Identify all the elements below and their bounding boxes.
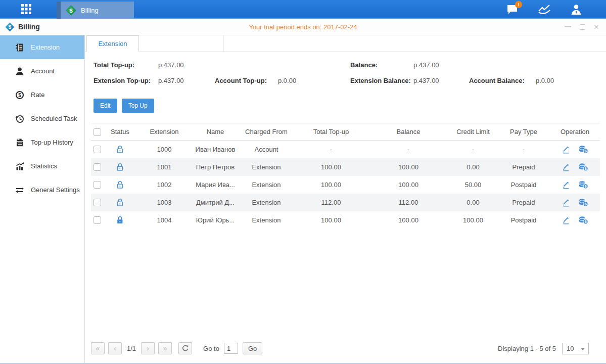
top-up-coins-icon[interactable]: $: [578, 180, 588, 189]
minimize-icon[interactable]: [565, 26, 571, 27]
apps-grid-icon[interactable]: [18, 2, 35, 16]
status-cell: [104, 194, 136, 211]
next-page-button[interactable]: ›: [141, 342, 155, 354]
credit-limit-cell: 50.00: [449, 176, 497, 194]
last-page-button[interactable]: »: [158, 342, 172, 354]
top-up-button[interactable]: Top Up: [122, 99, 154, 113]
maximize-icon[interactable]: [580, 24, 585, 30]
edit-pencil-icon[interactable]: [562, 145, 571, 154]
goto-page-input[interactable]: [224, 343, 238, 354]
page-size-value: 10: [567, 345, 574, 352]
first-page-button[interactable]: «: [91, 342, 105, 354]
edit-pencil-icon[interactable]: [562, 162, 571, 171]
col-operation: Operation: [550, 123, 600, 141]
table-row[interactable]: 1003 Дмитрий Д... Extension 112.00 112.0…: [91, 194, 600, 211]
page-size-dropdown[interactable]: 10: [562, 343, 589, 354]
status-cell: [104, 141, 136, 158]
refresh-icon: [181, 345, 189, 352]
sidebar-item-label: Statistics: [31, 162, 57, 170]
table-row[interactable]: 1001 Петр Петров Extension 100.00 100.00…: [91, 158, 600, 176]
pay-type-cell: -: [497, 141, 550, 158]
go-button[interactable]: Go: [243, 342, 262, 354]
svg-text:$: $: [585, 202, 587, 206]
window-titlebar: $ Billing Your trial period ends on: 201…: [0, 19, 606, 35]
ledger-icon: [15, 43, 24, 52]
sidebar: Extension Account $ Rate Scheduled Task: [0, 35, 85, 363]
total-topup-cell: -: [294, 141, 368, 158]
tab-extension[interactable]: Extension: [86, 35, 139, 52]
account-balance-label: Account Balance:: [469, 77, 525, 84]
billing-diamond-icon: $: [66, 5, 76, 16]
status-cell: [104, 176, 136, 194]
window-title: Billing: [18, 23, 40, 31]
svg-text:$: $: [9, 24, 12, 30]
sidebar-item-extension[interactable]: Extension: [0, 35, 84, 59]
app-body: Extension Account $ Rate Scheduled Task: [0, 35, 606, 364]
main-content: Extension Total Top-up: p.437.00 Balance…: [85, 35, 606, 363]
row-checkbox[interactable]: [94, 146, 101, 153]
sidebar-item-topup-history[interactable]: Top-up History: [0, 130, 84, 154]
goto-label: Go to: [203, 345, 219, 352]
taskbar: $ Billing !: [0, 0, 606, 19]
credit-limit-cell: -: [449, 141, 497, 158]
edit-pencil-icon[interactable]: [562, 215, 571, 224]
top-up-coins-icon[interactable]: $: [578, 145, 588, 154]
taskbar-right-icons: !: [506, 0, 583, 19]
svg-text:$: $: [585, 167, 587, 171]
credit-limit-cell: 100.00: [449, 211, 497, 229]
row-checkbox[interactable]: [94, 163, 101, 171]
charged-from-cell: Extension: [239, 211, 294, 229]
credit-limit-cell: 0.00: [449, 194, 497, 211]
messages-icon[interactable]: !: [506, 3, 519, 16]
close-icon[interactable]: ×: [594, 24, 599, 30]
row-checkbox[interactable]: [94, 181, 101, 189]
extension-cell: 1004: [136, 211, 192, 229]
sidebar-item-label: Extension: [31, 43, 60, 51]
svg-text:$: $: [18, 92, 21, 98]
operation-cell: $: [550, 158, 600, 176]
account-balance-value: p.0.00: [536, 77, 554, 84]
sidebar-item-label: Top-up History: [31, 139, 73, 146]
select-all-checkbox[interactable]: [94, 128, 101, 136]
balance-summary: Total Top-up: p.437.00 Balance: p.437.00…: [85, 52, 606, 99]
user-icon[interactable]: [570, 3, 583, 16]
edit-button[interactable]: Edit: [94, 99, 117, 113]
sidebar-item-scheduled-task[interactable]: Scheduled Task: [0, 107, 84, 130]
balance-cell: 100.00: [368, 158, 449, 176]
row-checkbox[interactable]: [94, 216, 101, 224]
pay-type-cell: Prepaid: [497, 158, 550, 176]
edit-pencil-icon[interactable]: [562, 180, 571, 189]
unlocked-icon[interactable]: [116, 198, 124, 207]
table-row[interactable]: 1004 Юрий Юрь... Extension 100.00 100.00…: [91, 211, 600, 229]
col-status: Status: [104, 123, 136, 141]
edit-pencil-icon[interactable]: [562, 198, 571, 207]
charged-from-cell: Extension: [239, 194, 294, 211]
extension-balance-label: Extension Balance:: [350, 77, 411, 84]
refresh-button[interactable]: [178, 342, 192, 354]
sidebar-item-statistics[interactable]: Statistics: [0, 154, 84, 178]
top-up-coins-icon[interactable]: $: [578, 215, 588, 224]
name-cell: Дмитрий Д...: [192, 194, 239, 211]
top-up-coins-icon[interactable]: $: [578, 198, 588, 207]
sidebar-item-rate[interactable]: $ Rate: [0, 83, 84, 107]
statistics-chart-icon[interactable]: [538, 3, 551, 16]
sidebar-item-general-settings[interactable]: General Settings: [0, 178, 84, 202]
top-up-coins-icon[interactable]: $: [578, 162, 588, 171]
table-row[interactable]: 1002 Мария Ива... Extension 100.00 100.0…: [91, 176, 600, 194]
unlocked-icon[interactable]: [116, 163, 124, 171]
account-topup-label: Account Top-up:: [215, 77, 267, 84]
prev-page-button[interactable]: ‹: [108, 342, 122, 354]
col-pay-type: Pay Type: [497, 123, 550, 141]
bar-chart-icon: [15, 162, 24, 171]
unlocked-icon[interactable]: [116, 145, 124, 154]
action-buttons: Edit Top Up: [94, 99, 606, 113]
table-row[interactable]: 1000 Иван Иванов Account - - - - $: [91, 141, 600, 158]
row-checkbox[interactable]: [94, 199, 101, 206]
balance-cell: -: [368, 141, 449, 158]
sidebar-item-account[interactable]: Account: [0, 59, 84, 83]
extension-topup-label: Extension Top-up:: [94, 77, 151, 84]
locked-icon[interactable]: [116, 216, 124, 224]
unlocked-icon[interactable]: [116, 180, 124, 189]
notebook-icon: [15, 138, 24, 147]
taskbar-tab-billing[interactable]: $ Billing: [57, 2, 134, 19]
